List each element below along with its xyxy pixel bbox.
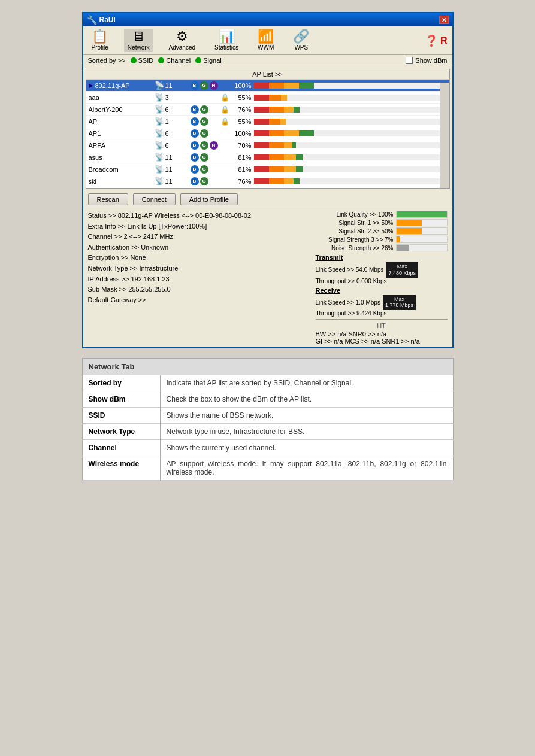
ap-row[interactable]: aaa📡3🔒55% bbox=[86, 92, 449, 104]
signal-bar-fill bbox=[397, 211, 447, 217]
ap-row[interactable]: ski📡11BG76% bbox=[86, 175, 449, 185]
sort-signal[interactable]: Signal bbox=[195, 57, 222, 64]
toolbar-statistics[interactable]: 📊 Statistics bbox=[211, 29, 242, 52]
signal-bar-row: Noise Strength >> 26% bbox=[316, 244, 448, 251]
ap-signal-bar-inner bbox=[254, 95, 447, 101]
channel-number: 11 bbox=[165, 166, 173, 173]
sort-ssid[interactable]: SSID bbox=[131, 57, 154, 64]
status-line: Network Type >> Infrastructure bbox=[88, 263, 311, 274]
add-to-profile-button[interactable]: Add to Profile bbox=[180, 193, 238, 205]
ap-badges: BGN bbox=[191, 141, 220, 150]
channel-number: 11 bbox=[165, 154, 173, 161]
ssid-dot bbox=[131, 57, 137, 63]
bar-segment bbox=[254, 178, 269, 184]
table-row: Network TypeNetwork type in use, Infrast… bbox=[82, 424, 453, 440]
bar-segment bbox=[269, 119, 280, 125]
transmit-section: Transmit Link Speed >> 54.0 Mbps Max 7.4… bbox=[316, 254, 448, 284]
ap-signal-bar-inner bbox=[254, 178, 447, 184]
ap-badge-b: B bbox=[191, 165, 199, 174]
signal-bars: Link Quality >> 100%Signal Str. 1 >> 50%… bbox=[316, 211, 448, 251]
ap-badge-b: B bbox=[191, 105, 199, 114]
show-dbm-label: Show dBm bbox=[415, 57, 447, 64]
ap-signal-bar bbox=[254, 83, 447, 89]
receive-max-label: Max bbox=[385, 296, 413, 303]
ap-signal-bar-inner bbox=[254, 130, 447, 136]
transmit-link-speed: Link Speed >> 54.0 Mbps bbox=[316, 266, 384, 273]
ap-row[interactable]: APPA📡6BGN70% bbox=[86, 139, 449, 151]
close-button[interactable]: ✕ bbox=[439, 16, 449, 24]
ap-row[interactable]: asus📡11BG81% bbox=[86, 151, 449, 163]
table-term: Channel bbox=[82, 440, 160, 456]
ap-row[interactable]: Broadcom📡11BG81% bbox=[86, 163, 449, 175]
bar-segment bbox=[281, 95, 287, 101]
help-icon[interactable]: ❓ bbox=[425, 34, 438, 47]
toolbar-advanced[interactable]: ⚙ Advanced bbox=[165, 29, 199, 52]
channel-number: 11 bbox=[165, 82, 173, 89]
bar-segment bbox=[294, 178, 300, 184]
ap-channel: 📡11 bbox=[155, 153, 191, 162]
toolbar-wwm[interactable]: 📶 WWM bbox=[254, 29, 277, 52]
sort-bar: Sorted by >> SSID Channel Signal Show dB… bbox=[83, 55, 452, 66]
ap-name: Broadcom bbox=[89, 166, 155, 173]
ap-badges: BG bbox=[191, 105, 220, 114]
toolbar-profile[interactable]: 📋 Profile bbox=[88, 29, 112, 52]
status-right: Link Quality >> 100%Signal Str. 1 >> 50%… bbox=[316, 211, 448, 345]
channel-number: 6 bbox=[165, 142, 169, 149]
bar-segment bbox=[254, 166, 269, 172]
bar-segment bbox=[284, 130, 299, 136]
receive-max-val: 1.778 Mbps bbox=[385, 302, 413, 309]
ap-badge-g: G bbox=[200, 177, 208, 186]
ap-signal-bar-inner bbox=[254, 166, 447, 172]
bar-segment bbox=[299, 130, 314, 136]
ap-percent: 70% bbox=[230, 142, 252, 149]
status-line: Status >> 802.11g-AP Wireless <--> 00-E0… bbox=[88, 211, 311, 221]
ap-channel: 📡3 bbox=[155, 93, 191, 102]
ap-signal-bar bbox=[254, 154, 447, 160]
action-buttons: Rescan Connect Add to Profile bbox=[83, 191, 452, 208]
ap-list-header: AP List >> bbox=[86, 69, 449, 80]
table-definition: Shows the name of BSS network. bbox=[160, 408, 453, 424]
ap-badge-g: G bbox=[200, 117, 208, 126]
rescan-button[interactable]: Rescan bbox=[88, 193, 128, 205]
show-dbm-checkbox[interactable] bbox=[406, 57, 413, 64]
ap-signal-bar bbox=[254, 178, 447, 184]
receive-link-speed: Link Speed >> 1.0 Mbps bbox=[316, 299, 380, 306]
info-table: Network TabSorted byIndicate that AP lis… bbox=[82, 358, 454, 481]
ap-row[interactable]: ▶802.11g-AP📡11BGN100% bbox=[86, 80, 449, 92]
channel-number: 6 bbox=[165, 130, 169, 137]
bar-segment bbox=[284, 107, 294, 113]
sort-channel[interactable]: Channel bbox=[158, 57, 191, 64]
main-window: 🔧 RaUI ✕ 📋 Profile 🖥 Network ⚙ Advanced … bbox=[82, 12, 454, 348]
table-definition: Network type in use, Infrastructure for … bbox=[160, 424, 453, 440]
bar-segment bbox=[254, 154, 269, 160]
ap-row[interactable]: AP📡1BG🔒55% bbox=[86, 116, 449, 127]
show-dbm-option[interactable]: Show dBm bbox=[406, 57, 447, 64]
signal-bar-fill bbox=[397, 236, 400, 242]
toolbar-network[interactable]: 🖥 Network bbox=[124, 29, 153, 52]
channel-icon: 📡 bbox=[155, 165, 164, 174]
connect-button[interactable]: Connect bbox=[133, 193, 176, 205]
ap-row[interactable]: AP1📡6BG100% bbox=[86, 127, 449, 139]
bar-segment bbox=[269, 142, 284, 148]
sorted-by-label: Sorted by >> bbox=[88, 57, 126, 64]
signal-bar-label: Signal Str. 1 >> 50% bbox=[316, 220, 394, 226]
toolbar-wps[interactable]: 🔗 WPS bbox=[289, 29, 313, 52]
ht-rows: BW >> n/a SNR0 >> n/aGI >> n/a MCS >> n/… bbox=[316, 330, 448, 345]
bar-segment bbox=[284, 166, 296, 172]
ap-scrollbar[interactable] bbox=[440, 83, 449, 188]
ap-badge-b: B bbox=[191, 81, 199, 90]
transmit-max-label: Max bbox=[388, 263, 416, 270]
ht-label: HT bbox=[316, 322, 448, 329]
table-term: Sorted by bbox=[82, 375, 160, 391]
signal-bar-bg bbox=[396, 236, 448, 243]
ralink-logo: R bbox=[440, 35, 448, 46]
toolbar-wps-label: WPS bbox=[294, 44, 308, 51]
ap-signal-bar bbox=[254, 107, 447, 113]
status-left: Status >> 802.11g-AP Wireless <--> 00-E0… bbox=[88, 211, 311, 345]
channel-icon: 📡 bbox=[155, 177, 164, 185]
table-definition: Indicate that AP list are sorted by SSID… bbox=[160, 375, 453, 391]
status-line: Channel >> 2 <--> 2417 MHz bbox=[88, 232, 311, 242]
signal-bar-bg bbox=[396, 219, 448, 226]
ap-badge-b: B bbox=[191, 141, 199, 150]
ap-row[interactable]: AlbertY-200📡6BG🔒76% bbox=[86, 104, 449, 116]
